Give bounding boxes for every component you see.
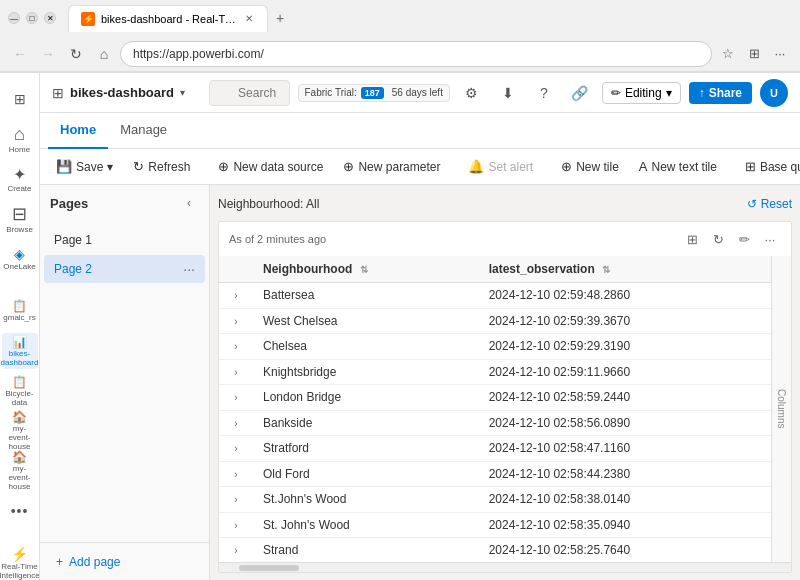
sidebar-bikes-label: bikes-dashboard: [1, 350, 39, 368]
row-expand-cell[interactable]: ›: [219, 308, 253, 334]
new-text-tile-button[interactable]: A New text tile: [631, 155, 725, 178]
sidebar-item-onelake[interactable]: ◈ OneLake: [2, 241, 38, 277]
forward-button[interactable]: →: [36, 42, 60, 66]
minimize-button[interactable]: —: [8, 12, 20, 24]
row-expand-cell[interactable]: ›: [219, 436, 253, 462]
page-item-2[interactable]: Page 2 ···: [44, 255, 205, 283]
sidebar-gmalcrs-label: gmalc_rs: [3, 314, 35, 323]
sidebar-item-home[interactable]: ⌂ Home: [2, 121, 38, 157]
scrollbar-thumb[interactable]: [239, 565, 299, 571]
new-data-source-button[interactable]: ⊕ New data source: [210, 155, 331, 178]
table-row: › Chelsea 2024-12-10 02:59:29.3190: [219, 334, 771, 360]
row-expand-cell[interactable]: ›: [219, 410, 253, 436]
app-name-dropdown[interactable]: ▾: [180, 87, 185, 98]
expand-icon[interactable]: ›: [229, 416, 243, 430]
row-expand-cell[interactable]: ›: [219, 385, 253, 411]
base-queries-button[interactable]: ⊞ Base queries: [737, 155, 800, 178]
url-bar[interactable]: https://app.powerbi.com/: [120, 41, 712, 67]
row-neighbourhood: London Bridge: [253, 385, 479, 411]
home-nav-button[interactable]: ⌂: [92, 42, 116, 66]
visual-edit-button[interactable]: ✏: [733, 228, 755, 250]
expand-icon[interactable]: ›: [229, 340, 243, 354]
expand-icon[interactable]: ›: [229, 544, 243, 558]
sidebar-item-gmalcrs[interactable]: 📋 gmalc_rs: [2, 293, 38, 329]
sidebar-item-my-event-house1[interactable]: 🏠 my-event-house: [2, 413, 38, 449]
table-row: › Strand 2024-12-10 02:58:25.7640: [219, 538, 771, 563]
row-neighbourhood: Strand: [253, 538, 479, 563]
browser-extensions-icon[interactable]: ⊞: [742, 42, 766, 66]
expand-icon[interactable]: ›: [229, 365, 243, 379]
new-parameter-button[interactable]: ⊕ New parameter: [335, 155, 448, 178]
expand-icon[interactable]: ›: [229, 314, 243, 328]
table-row: › Bankside 2024-12-10 02:58:56.0890: [219, 410, 771, 436]
share-link-button[interactable]: 🔗: [566, 79, 594, 107]
row-expand-cell[interactable]: ›: [219, 461, 253, 487]
col-observation[interactable]: latest_observation ⇅: [479, 256, 771, 283]
focus-mode-button[interactable]: ⊞: [681, 228, 703, 250]
expand-icon[interactable]: ›: [229, 442, 243, 456]
row-expand-cell[interactable]: ›: [219, 334, 253, 360]
sidebar-item-waffle[interactable]: ⊞: [2, 81, 38, 117]
download-button[interactable]: ⬇: [494, 79, 522, 107]
maximize-button[interactable]: □: [26, 12, 38, 24]
browser-menu-icon[interactable]: ···: [768, 42, 792, 66]
expand-icon[interactable]: ›: [229, 493, 243, 507]
reload-button[interactable]: ↻: [64, 42, 88, 66]
browser-chrome: — □ ✕ ⚡ bikes-dashboard - Real-Time Inte…: [0, 0, 800, 73]
tab-close-button[interactable]: ✕: [244, 12, 255, 26]
row-expand-cell[interactable]: ›: [219, 283, 253, 309]
sidebar-item-bicycle-data[interactable]: 📋 Bicycle-data: [2, 373, 38, 409]
horizontal-scrollbar[interactable]: [219, 562, 791, 572]
browser-profile-icon[interactable]: ☆: [716, 42, 740, 66]
new-param-icon: ⊕: [343, 159, 354, 174]
tab-home[interactable]: Home: [48, 113, 108, 149]
new-tile-button[interactable]: ⊕ New tile: [553, 155, 627, 178]
sidebar-item-browse[interactable]: ⊟ Browse: [2, 201, 38, 237]
user-avatar[interactable]: U: [760, 79, 788, 107]
active-tab[interactable]: ⚡ bikes-dashboard - Real-Time Inte... ✕: [68, 5, 268, 32]
tab-manage[interactable]: Manage: [108, 113, 179, 149]
expand-icon[interactable]: ›: [229, 289, 243, 303]
app-waffle-icon[interactable]: ⊞: [52, 85, 64, 101]
sidebar-item-more[interactable]: •••: [2, 493, 38, 529]
set-alert-icon: 🔔: [468, 159, 484, 174]
filter-label: Neighbourhood: All: [218, 197, 319, 211]
settings-button[interactable]: ⚙: [458, 79, 486, 107]
columns-label-text: Columns: [776, 389, 787, 428]
share-button[interactable]: ↑ Share: [689, 82, 752, 104]
table-wrapper[interactable]: Neighbourhood ⇅ latest_observation ⇅: [219, 256, 771, 562]
set-alert-button[interactable]: 🔔 Set alert: [460, 155, 541, 178]
editing-button[interactable]: ✏ Editing ▾: [602, 82, 681, 104]
pages-collapse-button[interactable]: ‹: [179, 193, 199, 213]
sidebar-item-bikes-dashboard[interactable]: 📊 bikes-dashboard: [2, 333, 38, 369]
sidebar-item-realtime[interactable]: ⚡ Real-Time Intelligence: [2, 545, 38, 580]
page2-dots[interactable]: ···: [183, 261, 195, 277]
row-neighbourhood: Stratford: [253, 436, 479, 462]
visual-more-button[interactable]: ···: [759, 228, 781, 250]
table-header-row: Neighbourhood ⇅ latest_observation ⇅: [219, 256, 771, 283]
row-expand-cell[interactable]: ›: [219, 512, 253, 538]
expand-icon[interactable]: ›: [229, 391, 243, 405]
row-expand-cell[interactable]: ›: [219, 538, 253, 563]
sidebar-create-label: Create: [7, 185, 31, 194]
visual-refresh-button[interactable]: ↻: [707, 228, 729, 250]
table-row: › Old Ford 2024-12-10 02:58:44.2380: [219, 461, 771, 487]
expand-icon[interactable]: ›: [229, 467, 243, 481]
back-button[interactable]: ←: [8, 42, 32, 66]
sidebar-item-my-event-house2[interactable]: 🏠 my-event-house: [2, 453, 38, 489]
row-expand-cell[interactable]: ›: [219, 487, 253, 513]
add-page-button[interactable]: + Add page: [48, 551, 201, 573]
col-neighbourhood[interactable]: Neighbourhood ⇅: [253, 256, 479, 283]
search-input[interactable]: [209, 80, 289, 106]
sidebar-item-create[interactable]: ✦ Create: [2, 161, 38, 197]
new-tab-button[interactable]: +: [268, 6, 292, 30]
expand-icon[interactable]: ›: [229, 518, 243, 532]
page-item-1[interactable]: Page 1 ···: [44, 226, 205, 254]
help-button[interactable]: ?: [530, 79, 558, 107]
close-button[interactable]: ✕: [44, 12, 56, 24]
refresh-button[interactable]: ↻ Refresh: [125, 155, 198, 178]
row-expand-cell[interactable]: ›: [219, 359, 253, 385]
save-button[interactable]: 💾 Save ▾: [48, 155, 121, 178]
new-param-label: New parameter: [358, 160, 440, 174]
reset-button[interactable]: ↺ Reset: [747, 197, 792, 211]
